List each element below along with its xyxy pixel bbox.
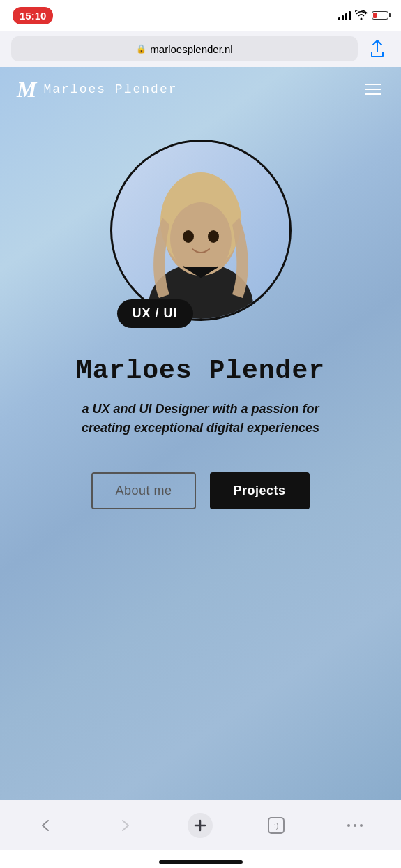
- back-button[interactable]: [31, 810, 61, 841]
- share-button[interactable]: [365, 36, 390, 61]
- projects-button[interactable]: Projects: [210, 472, 310, 509]
- site-title: Marloes Plender: [43, 82, 177, 96]
- hamburger-menu[interactable]: [362, 81, 384, 98]
- status-time: 15:10: [13, 7, 53, 24]
- signal-icon: [338, 10, 351, 20]
- new-tab-button[interactable]: [188, 813, 213, 838]
- about-me-button[interactable]: About me: [91, 472, 195, 509]
- hamburger-line-1: [365, 84, 381, 85]
- home-indicator: [0, 850, 401, 868]
- hero-section: UX / UI Marloes Plender a UX and UI Desi…: [0, 112, 401, 551]
- nav-logo: M Marloes Plender: [17, 77, 177, 103]
- battery-icon: [372, 11, 388, 20]
- svg-point-6: [208, 230, 219, 243]
- svg-point-7: [347, 824, 350, 827]
- browser-bar: 🔒 marloesplender.nl: [0, 31, 401, 67]
- svg-point-4: [170, 202, 232, 275]
- address-bar[interactable]: 🔒 marloesplender.nl: [11, 36, 358, 61]
- svg-point-5: [183, 230, 194, 243]
- hamburger-line-3: [365, 93, 381, 95]
- home-bar: [159, 860, 243, 864]
- hero-name: Marloes Plender: [76, 356, 325, 386]
- svg-point-8: [354, 824, 356, 827]
- svg-point-9: [360, 824, 363, 827]
- tabs-count: :): [268, 817, 285, 834]
- status-icons: [338, 10, 388, 22]
- hamburger-line-2: [365, 89, 381, 90]
- more-button[interactable]: [340, 810, 370, 841]
- profile-image: [131, 158, 271, 319]
- browser-nav: :): [0, 800, 401, 850]
- url-text: marloesplender.nl: [150, 43, 232, 55]
- profile-wrapper: UX / UI: [110, 140, 292, 321]
- lock-icon: 🔒: [136, 44, 146, 54]
- ux-badge: UX / UI: [117, 299, 193, 328]
- logo-letter: M: [17, 77, 36, 103]
- tabs-button[interactable]: :): [261, 810, 292, 841]
- cta-buttons: About me Projects: [91, 472, 309, 509]
- status-bar: 15:10: [0, 0, 401, 31]
- website-content: M Marloes Plender: [0, 67, 401, 800]
- site-nav: M Marloes Plender: [0, 67, 401, 112]
- forward-button[interactable]: [109, 810, 140, 841]
- profile-circle: [110, 140, 292, 321]
- hero-description: a UX and UI Designer with a passion for …: [75, 400, 326, 437]
- wifi-icon: [355, 10, 368, 22]
